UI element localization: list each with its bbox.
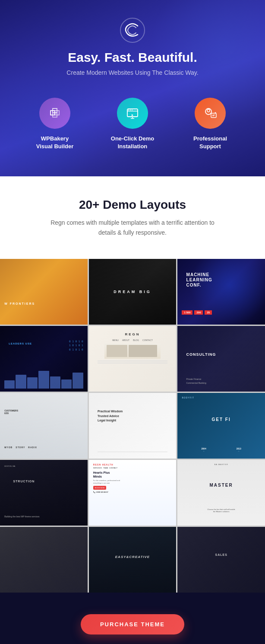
thumb-12[interactable]: BA MASTER MASTER Choose the fact that st… [177, 460, 265, 526]
thumb-2[interactable]: DREAM BIG [89, 259, 177, 325]
svg-rect-14 [211, 113, 216, 118]
thumb-6-text: CONSULTING [186, 352, 216, 357]
svg-point-7 [128, 110, 129, 111]
features-row: WPBakery Visual Builder One-Click Demo I… [9, 98, 256, 150]
demo-section: 20+ Demo Layouts Regn comes with multipl… [0, 176, 265, 259]
thumb-3-stat3: 25 [205, 310, 212, 315]
thumb-13[interactable] [0, 527, 88, 593]
svg-point-13 [207, 109, 210, 112]
feature-support: Professional Support [171, 98, 249, 150]
thumb-11[interactable]: REGN HEALTH SERVICESTEAMCONTACT Hearts P… [89, 460, 177, 526]
purchase-section: PURCHASE THEME [0, 593, 265, 644]
thumb-10-text: STRUCTION [13, 480, 35, 483]
purchase-button[interactable]: PURCHASE THEME [81, 614, 184, 634]
feature-icon-wrap-wpbakery [39, 98, 70, 129]
thumb-3-stat2: 200 [194, 310, 203, 315]
feature-icon-wrap-oneclick [117, 98, 148, 129]
thumb-14-text: Easy&Creative [115, 555, 150, 558]
thumb-3-text: machine learning conf. [186, 272, 212, 288]
thumb-15[interactable]: SALES [177, 527, 265, 593]
thumb-12-text: MASTER [210, 483, 233, 488]
feature-oneclick: One-Click Demo Installation [94, 98, 171, 150]
feature-icon-wrap-support [195, 98, 226, 129]
thumb-6[interactable]: CONSULTING Private Finance Commercial Ba… [177, 326, 265, 392]
feature-label-wpbakery: WPBakery Visual Builder [20, 135, 89, 150]
thumb-7[interactable]: MYOB STORY RADIX CUSTOMERSESS [0, 393, 88, 459]
thumb-9[interactable]: BODYFIT GET FI 2004 ○ 2013 ○ [177, 393, 265, 459]
thumb-1[interactable]: W FRONTIERS [0, 259, 88, 325]
thumb-10[interactable]: STRUCTION Building the best WP theme ser… [0, 460, 88, 526]
thumb-3[interactable]: machine learning conf. 1 500 200 25 [177, 259, 265, 325]
thumb-9-text: GET FI [212, 417, 231, 421]
hero-title: Easy. Fast. Beautiful. [9, 50, 256, 65]
feature-label-support: Professional Support [176, 135, 245, 150]
thumb-2-text: DREAM BIG [114, 290, 151, 294]
feature-wpbakery: WPBakery Visual Builder [16, 98, 94, 150]
svg-point-0 [120, 18, 145, 42]
svg-point-9 [132, 110, 132, 111]
svg-point-8 [130, 110, 131, 111]
thumb-4[interactable]: leaders Use 0 1 0 1 01 0 1 0 10 1 0 1 0 [0, 326, 88, 392]
thumb-4-text: leaders Use [9, 342, 32, 345]
thumb-14[interactable]: Easy&Creative [89, 527, 177, 593]
thumb-8[interactable]: Practical WisdomTrusted AdviceLegal Insi… [89, 393, 177, 459]
demo-section-title: 20+ Demo Layouts [9, 198, 256, 212]
hero-subtitle: Create Modern Websites Using The Classic… [9, 69, 256, 76]
thumb-5[interactable]: REGN MENUABOUTBLOGCONTACT [89, 326, 177, 392]
demo-section-desc: Regn comes with multiple templates with … [50, 218, 215, 237]
hero-section: Easy. Fast. Beautiful. Create Modern Web… [0, 0, 265, 176]
thumbnail-grid: W FRONTIERS DREAM BIG machine learning c… [0, 259, 265, 593]
thumb-1-text: W FRONTIERS [4, 302, 35, 305]
thumb-15-text: SALES [215, 553, 227, 556]
thumb-5-logo: REGN [98, 332, 167, 336]
thumb-3-stat1: 1 500 [182, 310, 192, 315]
hero-logo [120, 17, 145, 43]
feature-label-oneclick: One-Click Demo Installation [98, 135, 167, 150]
